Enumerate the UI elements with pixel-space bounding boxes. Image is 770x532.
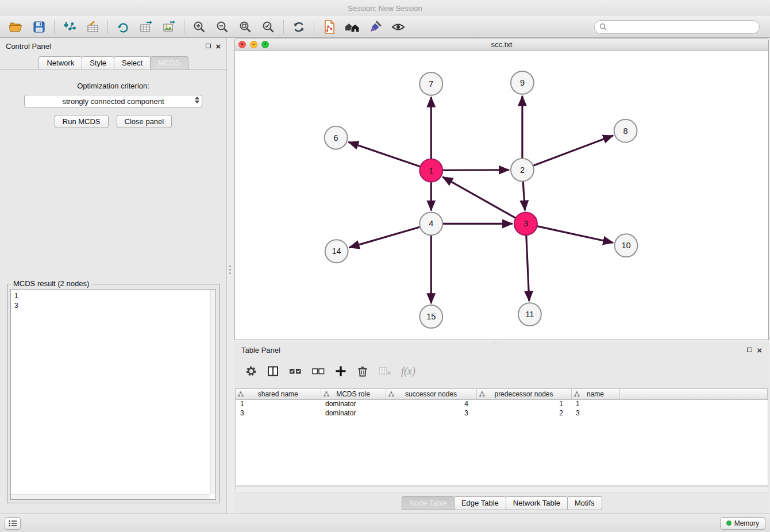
network-node[interactable]: 15 [419, 305, 442, 328]
graphics-details-button[interactable] [387, 18, 410, 36]
svg-text:1: 1 [429, 166, 433, 175]
sort-icon [479, 391, 485, 397]
search-field[interactable] [594, 20, 760, 34]
tab-network[interactable]: Network [38, 56, 82, 70]
deselect-all-columns-button[interactable] [311, 366, 325, 376]
zoom-fit-button[interactable] [234, 18, 257, 36]
network-canvas[interactable]: 7968124314101511 [234, 51, 769, 340]
network-node[interactable]: 14 [325, 240, 348, 263]
save-session-button[interactable] [28, 18, 51, 36]
delete-table-button[interactable] [378, 365, 392, 377]
table-cell[interactable]: 1 [571, 399, 619, 408]
network-node[interactable]: 10 [615, 234, 638, 257]
column-header[interactable]: name [571, 389, 619, 399]
show-columns-button[interactable] [267, 365, 279, 377]
network-node[interactable]: 7 [419, 72, 442, 95]
tab-select[interactable]: Select [114, 56, 151, 70]
table-cell[interactable]: 1 [476, 399, 571, 408]
column-header[interactable]: MCDS role [321, 389, 386, 399]
network-node[interactable]: 2 [511, 159, 534, 182]
table-row[interactable]: 3dominator323 [236, 408, 768, 418]
network-edge[interactable] [348, 142, 420, 167]
export-table-button[interactable] [134, 18, 157, 36]
network-window-titlebar[interactable]: scc.txt × − + [234, 38, 769, 51]
table-cell[interactable]: dominator [321, 399, 386, 408]
network-edge[interactable] [523, 182, 525, 211]
mcds-result-area[interactable]: 1 3 [10, 289, 216, 500]
network-edge[interactable] [442, 170, 509, 171]
import-network-button[interactable] [58, 18, 81, 36]
float-panel-icon[interactable] [206, 44, 211, 48]
float-table-panel-icon[interactable] [747, 348, 752, 352]
network-edge[interactable] [442, 177, 515, 218]
table-cell[interactable]: 3 [571, 408, 619, 418]
export-image-button[interactable] [157, 18, 180, 36]
panel-splitter[interactable] [227, 38, 234, 514]
tab-style[interactable]: Style [82, 56, 114, 70]
memory-button[interactable]: Memory [720, 517, 765, 530]
table-horizontal-scrollbar[interactable] [235, 486, 768, 492]
add-column-button[interactable] [334, 365, 347, 377]
network-node[interactable]: 9 [511, 71, 534, 94]
network-node[interactable]: 1 [419, 159, 442, 182]
network-node[interactable]: 4 [419, 212, 442, 235]
result-vertical-scrollbar[interactable] [210, 290, 215, 494]
close-panel-button[interactable]: Close panel [117, 115, 172, 128]
plus-icon [334, 365, 347, 377]
network-edge[interactable] [526, 235, 529, 301]
clone-network-button[interactable] [318, 18, 341, 36]
table-cell[interactable]: dominator [321, 408, 386, 418]
network-edge[interactable] [537, 226, 613, 243]
search-input[interactable] [610, 23, 754, 31]
panel-menu-button[interactable] [5, 517, 21, 530]
export-network-button[interactable] [111, 18, 134, 36]
minimize-window-icon[interactable]: − [250, 41, 257, 48]
table-row[interactable]: 1dominator411 [236, 399, 768, 408]
close-panel-icon[interactable]: × [215, 42, 221, 51]
network-node[interactable]: 3 [514, 212, 537, 235]
tab-motifs[interactable]: Motifs [567, 496, 602, 510]
close-window-icon[interactable]: × [238, 41, 246, 48]
apply-style-button[interactable] [364, 18, 387, 36]
status-bar: Memory [0, 514, 770, 532]
tab-edge-table[interactable]: Edge Table [454, 496, 506, 510]
column-header[interactable]: predecessor nodes [476, 389, 571, 399]
column-header[interactable]: shared name [236, 389, 321, 399]
column-header[interactable]: successor nodes [386, 389, 476, 399]
control-panel-title: Control Panel [6, 42, 51, 51]
toolbar-separator [283, 20, 284, 34]
network-node[interactable]: 8 [614, 119, 637, 142]
import-table-button[interactable] [81, 18, 104, 36]
maximize-window-icon[interactable]: + [261, 41, 269, 48]
function-builder-button[interactable]: f(x) [401, 365, 415, 377]
delete-column-button[interactable] [356, 365, 369, 377]
network-edge[interactable] [349, 227, 420, 248]
table-cell[interactable]: 3 [386, 408, 476, 418]
zoom-out-button[interactable] [211, 18, 234, 36]
first-neighbors-button[interactable] [341, 18, 364, 36]
apply-layout-button[interactable] [287, 18, 310, 36]
table-cell[interactable]: 3 [236, 408, 321, 418]
tab-mcds[interactable]: MCDS [150, 56, 188, 70]
network-node[interactable]: 11 [518, 303, 541, 326]
open-session-button[interactable] [5, 18, 28, 36]
network-node[interactable]: 6 [325, 126, 348, 149]
result-horizontal-scrollbar[interactable] [11, 494, 210, 499]
criterion-dropdown[interactable]: strongly connected component [24, 95, 202, 107]
control-panel-header: Control Panel × [0, 38, 226, 54]
table-cell[interactable]: 1 [236, 399, 321, 408]
tab-node-table[interactable]: Node Table [402, 496, 455, 510]
close-table-panel-icon[interactable]: × [757, 346, 762, 354]
table-settings-button[interactable] [245, 365, 257, 377]
network-window: scc.txt × − + 7968124314101511 [234, 38, 769, 340]
select-all-checkboxes-icon [288, 366, 302, 376]
zoom-in-button[interactable] [188, 18, 211, 36]
select-all-columns-button[interactable] [288, 366, 302, 376]
column-header-filler [619, 389, 768, 399]
tab-network-table[interactable]: Network Table [506, 496, 568, 510]
table-cell[interactable]: 4 [386, 399, 476, 408]
run-mcds-button[interactable]: Run MCDS [55, 115, 109, 128]
zoom-selected-button[interactable] [257, 18, 280, 36]
network-edge[interactable] [533, 136, 613, 166]
table-cell[interactable]: 2 [476, 408, 571, 418]
